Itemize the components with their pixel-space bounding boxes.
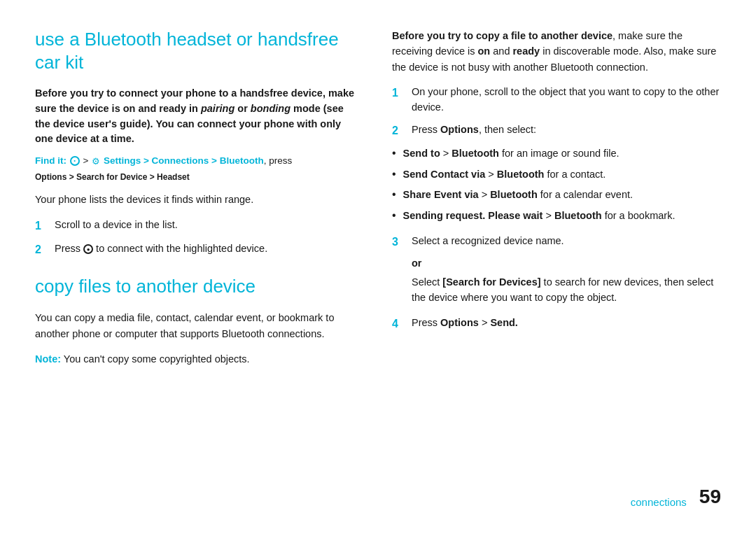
step1-content: Scroll to a device in the list. bbox=[55, 218, 357, 234]
step1-num: 1 bbox=[35, 218, 55, 234]
press-button-icon: ● bbox=[83, 244, 93, 254]
footer-page-number: 59 bbox=[699, 486, 721, 508]
section2-body: You can copy a media file, contact, cale… bbox=[35, 310, 357, 341]
main-content: use a Bluetooth headset or handsfree car… bbox=[35, 28, 721, 479]
right-steps-continued: 3 Select a recognized device name. bbox=[392, 234, 721, 251]
page: use a Bluetooth headset or handsfree car… bbox=[0, 0, 756, 536]
right-step4-content: Press Options > Send. bbox=[412, 316, 721, 332]
bullet1-content: Send to > Bluetooth for an image or soun… bbox=[403, 146, 620, 162]
right-bold-before: Before you try to copy a file to another… bbox=[392, 30, 612, 41]
section1-title: use a Bluetooth headset or handsfree car… bbox=[35, 28, 357, 73]
bullet2-content: Send Contact via > Bluetooth for a conta… bbox=[403, 167, 606, 183]
right-step3: 3 Select a recognized device name. bbox=[392, 234, 721, 251]
right-step4-list: 4 Press Options > Send. bbox=[392, 316, 721, 332]
find-path-line: Options > Search for Device > Headset bbox=[35, 172, 357, 182]
find-it-press: , press bbox=[264, 155, 293, 166]
section-bluetooth-headset: use a Bluetooth headset or handsfree car… bbox=[35, 28, 357, 258]
right-step4-num: 4 bbox=[392, 316, 412, 332]
bullet3-content: Share Event via > Bluetooth for a calend… bbox=[403, 188, 633, 203]
note-body: You can't copy some copyrighted objects. bbox=[61, 353, 250, 365]
right-step1-num: 1 bbox=[392, 85, 412, 115]
right-steps: 1 On your phone, scroll to the object th… bbox=[392, 85, 721, 139]
bullet4-content: Sending request. Please wait > Bluetooth… bbox=[403, 209, 676, 224]
footer: connections 59 bbox=[35, 479, 721, 508]
bold-intro-bold: Before you try to connect your phone to … bbox=[35, 87, 323, 99]
right-step2: 2 Press Options, then select: bbox=[392, 122, 721, 139]
section2-title: copy files to another device bbox=[35, 275, 357, 298]
step2-item: 2 Press ● to connect with the highlighte… bbox=[35, 241, 357, 258]
section1-steps: 1 Scroll to a device in the list. 2 Pres… bbox=[35, 218, 357, 258]
right-step4: 4 Press Options > Send. bbox=[392, 316, 721, 332]
section1-bold-intro: Before you try to connect your phone to … bbox=[35, 86, 357, 147]
step2-content: Press ● to connect with the highlighted … bbox=[55, 241, 357, 258]
right-step2-num: 2 bbox=[392, 122, 412, 139]
bullet-list: Send to > Bluetooth for an image or soun… bbox=[392, 146, 721, 224]
right-step1-content: On your phone, scroll to the object that… bbox=[412, 85, 721, 115]
bullet-item-3: Share Event via > Bluetooth for a calend… bbox=[392, 188, 721, 203]
footer-label: connections bbox=[631, 496, 687, 508]
select-search-text: Select [Search for Devices] to search fo… bbox=[412, 274, 721, 306]
right-step3-content: Select a recognized device name. bbox=[412, 234, 721, 251]
or-divider: or bbox=[412, 258, 721, 269]
right-step2-content: Press Options, then select: bbox=[412, 122, 721, 139]
bullet-item-4: Sending request. Please wait > Bluetooth… bbox=[392, 209, 721, 224]
left-column: use a Bluetooth headset or handsfree car… bbox=[35, 28, 357, 479]
find-it-arrow: > bbox=[83, 155, 92, 166]
phone-lists-text: Your phone lists the devices it finds wi… bbox=[35, 192, 357, 207]
right-step1: 1 On your phone, scroll to the object th… bbox=[392, 85, 721, 115]
right-step3-num: 3 bbox=[392, 234, 412, 251]
step2-num: 2 bbox=[35, 241, 55, 258]
nav-circle-icon bbox=[70, 156, 80, 166]
step1-item: 1 Scroll to a device in the list. bbox=[35, 218, 357, 234]
section2-note: Note: You can't copy some copyrighted ob… bbox=[35, 351, 357, 367]
find-it-label: Find it: bbox=[35, 155, 66, 166]
right-bold-intro: Before you try to copy a file to another… bbox=[392, 28, 721, 75]
note-label: Note: bbox=[35, 353, 61, 365]
bullet-item-1: Send to > Bluetooth for an image or soun… bbox=[392, 146, 721, 162]
settings-icon: ⚙ bbox=[92, 155, 100, 169]
right-column: Before you try to copy a file to another… bbox=[392, 28, 721, 479]
find-it-path: Settings > Connections > Bluetooth bbox=[104, 155, 264, 166]
section-copy-files: copy files to another device You can cop… bbox=[35, 275, 357, 367]
find-it-line: Find it: > ⚙ Settings > Connections > Bl… bbox=[35, 154, 357, 168]
bullet-item-2: Send Contact via > Bluetooth for a conta… bbox=[392, 167, 721, 183]
